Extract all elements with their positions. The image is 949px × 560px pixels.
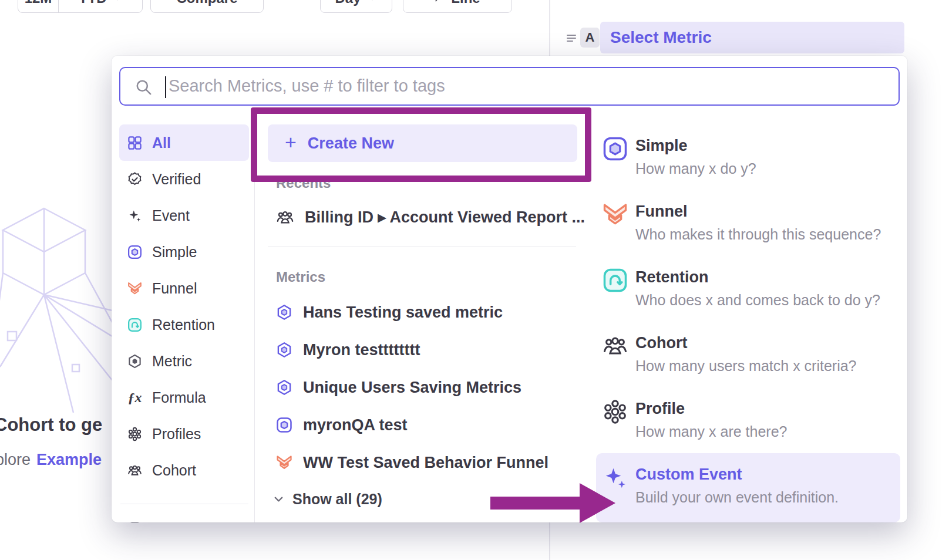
chevron-down-icon [272, 492, 285, 506]
analytics-report-page: 12M YTD Compare Day Line Cohort to ge pl… [0, 0, 949, 560]
create-new-button[interactable]: + Create New [268, 124, 577, 162]
sidebar-item-label: Funnel [152, 280, 197, 297]
sidebar-item-event[interactable]: Event [119, 197, 249, 234]
example-link[interactable]: Example [36, 451, 102, 468]
metric-list-item[interactable]: Unique Users Saving Metrics [268, 369, 577, 406]
metric-list-item[interactable]: Hans Testing saved metric [268, 294, 577, 331]
sidebar-item-retention[interactable]: Retention [119, 306, 249, 343]
metric-type-cohort[interactable]: Cohort How many users match x criteria? [596, 334, 900, 388]
type-title: Cohort [635, 334, 687, 352]
sidebar-item-label: Retention [152, 316, 215, 333]
metric-picker-dropdown: All Verified Event Simple [112, 56, 907, 522]
text-caret [165, 76, 166, 98]
sidebar-item-metric[interactable]: Metric [119, 343, 249, 379]
recent-item[interactable]: Billing ID ▸ Account Viewed Report ... [268, 200, 577, 235]
plus-icon: + [285, 132, 297, 152]
sidebar-item-label: Formula [152, 389, 206, 406]
metric-type-custom-event[interactable]: Custom Event Build your own event defini… [596, 465, 900, 519]
metric-type-retention[interactable]: Retention Who does x and comes back to d… [596, 268, 900, 322]
profiles-flower-icon [601, 398, 629, 426]
metric-item-label: Myron testttttttt [303, 341, 420, 359]
saved-metrics-list: Hans Testing saved metric Myron testtttt… [268, 294, 577, 481]
type-title: Profile [635, 400, 685, 418]
metric-list-item[interactable]: myronQA test [268, 406, 577, 444]
retention-icon [601, 266, 629, 294]
range-ytd-button[interactable]: YTD [58, 0, 142, 12]
simple-icon [127, 244, 143, 260]
metric-hexagon-icon [275, 341, 293, 359]
sidebar-item-label: All [152, 134, 171, 151]
funnel-icon [275, 454, 293, 471]
type-desc: Who makes it through this sequence? [635, 226, 881, 243]
show-all-toggle[interactable]: Show all (29) [272, 486, 382, 512]
event-sparkle-icon [127, 208, 143, 224]
partial-item-icon [127, 521, 143, 523]
select-metric-label: Select Metric [610, 28, 712, 47]
sidebar-item-label: Simple [152, 244, 197, 261]
sidebar-item-cohort[interactable]: Cohort [119, 452, 249, 488]
chevron-down-icon [112, 0, 123, 4]
sidebar-item-label: Metric [152, 353, 192, 370]
chart-type-label: Line [451, 0, 480, 6]
type-title: Retention [635, 268, 709, 286]
drag-handle-icon[interactable] [566, 32, 577, 43]
metric-item-label: Unique Users Saving Metrics [303, 379, 521, 397]
search-box [119, 67, 900, 106]
retention-icon [127, 317, 143, 333]
type-desc: How many x are there? [635, 423, 787, 440]
recent-item-label: Billing ID ▸ Account Viewed Report ... [305, 208, 585, 227]
section-divider [268, 247, 576, 247]
series-a-badge: A [580, 28, 600, 48]
empty-state-subtext: ploreExample [0, 451, 102, 469]
metric-type-funnel[interactable]: Funnel Who makes it through this sequenc… [596, 203, 900, 257]
simple-icon [601, 135, 629, 163]
cohort-people-icon [127, 463, 143, 478]
sidebar-item-partial[interactable] [119, 510, 249, 522]
metric-type-column: Simple How many x do y? Funnel Who makes… [596, 124, 900, 522]
sidebar-item-profiles[interactable]: Profiles [119, 416, 249, 452]
funnel-icon [127, 281, 143, 296]
range-12m-label: 12M [25, 0, 52, 6]
compare-button[interactable]: Compare [150, 0, 264, 13]
range-12m-button[interactable]: 12M [18, 0, 58, 12]
metric-type-simple[interactable]: Simple How many x do y? [596, 137, 900, 191]
simple-icon [275, 416, 293, 434]
sidebar-item-verified[interactable]: Verified [119, 161, 249, 197]
sidebar-item-all[interactable]: All [119, 124, 249, 161]
metric-list-item[interactable]: Myron testttttttt [268, 331, 577, 369]
range-ytd-label: YTD [79, 0, 107, 6]
sidebar-divider [120, 504, 248, 504]
verified-badge-icon [127, 171, 143, 187]
metric-hexagon-icon [127, 353, 143, 369]
type-desc: How many x do y? [635, 160, 756, 177]
sidebar-item-funnel[interactable]: Funnel [119, 270, 249, 306]
date-range-segment: 12M YTD [18, 0, 143, 13]
select-metric-button[interactable]: Select Metric [600, 22, 904, 53]
recents-header: Recents [276, 175, 331, 191]
metric-type-profile[interactable]: Profile How many x are there? [596, 400, 900, 454]
custom-event-icon [601, 464, 629, 491]
search-metrics-input[interactable] [169, 68, 889, 104]
type-title: Funnel [635, 203, 688, 221]
metric-hexagon-icon [275, 379, 293, 396]
type-desc: Who does x and comes back to do y? [635, 292, 880, 309]
metric-item-label: myronQA test [303, 416, 408, 434]
metric-list-item[interactable]: WW Test Saved Behavior Funnel [268, 444, 577, 481]
cohort-people-icon [275, 208, 295, 227]
type-title: Custom Event [635, 465, 742, 484]
grid-icon [127, 135, 143, 151]
metric-hexagon-icon [275, 303, 293, 321]
sidebar-item-formula[interactable]: ƒx Formula [119, 379, 249, 416]
metrics-header: Metrics [276, 269, 325, 285]
create-new-label: Create New [308, 134, 394, 153]
interval-day-button[interactable]: Day [320, 0, 392, 13]
chart-type-line-button[interactable]: Line [403, 0, 512, 13]
type-desc: How many users match x criteria? [635, 357, 857, 375]
metric-list-column: + Create New Recents Billing ID ▸ Accoun… [268, 124, 577, 522]
sidebar-item-label: Verified [152, 171, 201, 188]
interval-label: Day [335, 0, 361, 6]
sidebar-item-simple[interactable]: Simple [119, 234, 249, 270]
formula-icon: ƒx [127, 390, 143, 406]
cohort-people-icon [601, 332, 629, 360]
search-icon [134, 78, 153, 96]
